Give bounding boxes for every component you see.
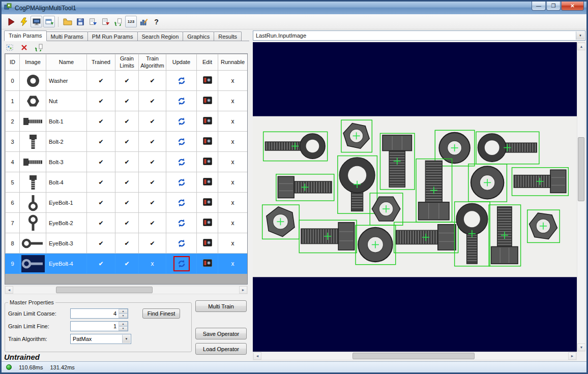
- edit-cell[interactable]: [197, 111, 218, 132]
- update-button[interactable]: [173, 175, 190, 190]
- scroll-right-arrow[interactable]: ►: [239, 286, 247, 294]
- image-horizontal-scrollbar[interactable]: ◄ ►: [253, 352, 577, 360]
- update-button[interactable]: [173, 94, 190, 109]
- grid-scroll-thumb[interactable]: [56, 287, 153, 293]
- grid-row-7[interactable]: 7EyeBolt-2✔✔✔x: [6, 213, 248, 233]
- edit-cell[interactable]: [197, 172, 218, 193]
- grid-row-2[interactable]: 2Bolt-1✔✔✔x: [6, 111, 248, 132]
- update-cell[interactable]: [166, 254, 197, 274]
- update-button[interactable]: [173, 134, 190, 149]
- grid-col-header[interactable]: Update: [166, 54, 197, 71]
- save-button[interactable]: [74, 16, 86, 27]
- grain-limit-fine-spinner[interactable]: ▲▼: [119, 322, 128, 331]
- edit-button[interactable]: [203, 239, 212, 246]
- grid-row-3[interactable]: 3Bolt-2✔✔✔x: [6, 132, 248, 152]
- grain-limit-fine-input[interactable]: [71, 322, 118, 331]
- tab-results[interactable]: Results: [214, 32, 242, 41]
- delete-pattern-button[interactable]: [20, 43, 28, 52]
- grid-col-header[interactable]: Name: [46, 54, 87, 71]
- update-button[interactable]: [173, 256, 190, 271]
- update-cell[interactable]: [166, 91, 197, 111]
- minimize-button[interactable]: —: [532, 2, 546, 11]
- image-vertical-scrollbar[interactable]: ▲ ▼: [577, 42, 585, 352]
- grid-col-header[interactable]: Edit: [197, 54, 218, 71]
- grid-col-header[interactable]: Runnable: [218, 54, 248, 71]
- update-button[interactable]: [173, 114, 190, 129]
- import-pattern-button[interactable]: [34, 43, 43, 52]
- profiler-button[interactable]: [138, 16, 150, 27]
- grid-row-4[interactable]: 4Bolt-3✔✔✔x: [6, 152, 248, 172]
- edit-cell[interactable]: [197, 254, 218, 274]
- tab-pm-run-params[interactable]: PM Run Params: [87, 32, 138, 41]
- update-cell[interactable]: [166, 172, 197, 193]
- tab-train-params[interactable]: Train Params: [4, 30, 47, 41]
- grid-col-header[interactable]: Train Algorithm: [139, 54, 166, 71]
- reset-button[interactable]: [112, 16, 124, 27]
- grid-col-header[interactable]: Trained: [87, 54, 115, 71]
- update-cell[interactable]: [166, 71, 197, 91]
- grid-col-header[interactable]: Image: [20, 54, 46, 71]
- show-image-button[interactable]: [31, 16, 42, 27]
- update-cell[interactable]: [166, 152, 197, 172]
- grid-row-8[interactable]: 8EyeBolt-3✔✔✔x: [6, 233, 248, 254]
- grid-col-header[interactable]: Grain Limits: [115, 54, 139, 71]
- edit-button[interactable]: [203, 76, 212, 84]
- tab-multi-params[interactable]: Multi Params: [46, 32, 88, 41]
- scroll-up-arrow[interactable]: ▲: [577, 43, 585, 50]
- image-hscroll-thumb[interactable]: [352, 353, 475, 359]
- electrode-run-button[interactable]: [18, 16, 30, 27]
- numeric-format-button[interactable]: 123: [125, 16, 137, 27]
- grain-limit-coarse-spinner[interactable]: ▲▼: [119, 309, 128, 318]
- grid-row-5[interactable]: 5Bolt-4✔✔✔x: [6, 172, 248, 193]
- run-button[interactable]: [5, 16, 17, 27]
- help-button[interactable]: ?: [151, 16, 162, 27]
- float-window-button[interactable]: [43, 16, 55, 27]
- new-pattern-button[interactable]: [6, 43, 14, 52]
- titlebar[interactable]: CogPMAlignMultiTool1 — ❐ ✕: [2, 2, 586, 14]
- edit-cell[interactable]: [197, 152, 218, 172]
- display-image-selector[interactable]: LastRun.InputImage ▼: [253, 30, 585, 41]
- edit-button[interactable]: [203, 259, 212, 267]
- find-finest-button[interactable]: Find Finest: [142, 308, 180, 319]
- edit-cell[interactable]: [197, 233, 218, 254]
- scroll-left-arrow[interactable]: ◄: [253, 352, 261, 360]
- update-button[interactable]: [173, 73, 190, 88]
- grid-row-1[interactable]: 1Nut✔✔✔x: [6, 91, 248, 111]
- scroll-right-arrow[interactable]: ►: [568, 352, 576, 360]
- edit-cell[interactable]: [197, 132, 218, 152]
- save-operator-button[interactable]: Save Operator: [195, 328, 247, 339]
- update-cell[interactable]: [166, 213, 197, 233]
- update-button[interactable]: [173, 236, 190, 251]
- train-algorithm-select[interactable]: PatMax ▼: [70, 334, 131, 344]
- edit-button[interactable]: [203, 117, 212, 124]
- grid-row-0[interactable]: 0Washer✔✔✔x: [6, 71, 248, 91]
- update-cell[interactable]: [166, 132, 197, 152]
- export-to-file-button[interactable]: [100, 16, 111, 27]
- edit-cell[interactable]: [197, 213, 218, 233]
- scroll-down-arrow[interactable]: ▼: [577, 344, 585, 351]
- edit-cell[interactable]: [197, 193, 218, 213]
- scroll-left-arrow[interactable]: ◄: [5, 286, 13, 294]
- edit-button[interactable]: [203, 219, 212, 226]
- edit-button[interactable]: [203, 158, 212, 165]
- load-operator-button[interactable]: Load Operator: [195, 343, 247, 355]
- update-button[interactable]: [173, 154, 190, 170]
- edit-button[interactable]: [203, 178, 212, 185]
- update-cell[interactable]: [166, 193, 197, 213]
- image-viewport[interactable]: [253, 42, 577, 352]
- edit-cell[interactable]: [197, 91, 218, 111]
- image-vscroll-thumb[interactable]: [578, 137, 584, 201]
- edit-button[interactable]: [203, 198, 212, 206]
- grid-row-9[interactable]: 9EyeBolt-4✔✔xx: [6, 254, 248, 274]
- close-button[interactable]: ✕: [561, 2, 584, 11]
- edit-cell[interactable]: [197, 71, 218, 91]
- grain-limit-coarse-input[interactable]: [71, 309, 118, 318]
- grid-row-6[interactable]: 6EyeBolt-1✔✔✔x: [6, 193, 248, 213]
- update-cell[interactable]: [166, 233, 197, 254]
- update-button[interactable]: [173, 215, 190, 231]
- grid-col-header[interactable]: ID: [6, 54, 20, 71]
- update-cell[interactable]: [166, 111, 197, 132]
- update-button[interactable]: [173, 195, 190, 210]
- tab-graphics[interactable]: Graphics: [183, 32, 214, 41]
- maximize-button[interactable]: ❐: [546, 2, 561, 11]
